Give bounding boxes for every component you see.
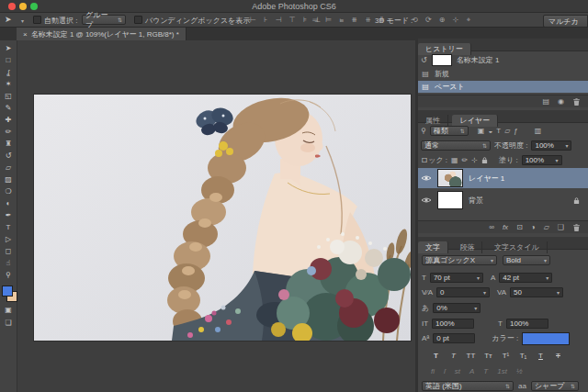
all-caps-button[interactable]: TT <box>464 351 478 362</box>
layer-filter-select[interactable]: 種類 ⇅ <box>430 126 469 136</box>
text-color-swatch[interactable] <box>522 332 570 345</box>
photo-document[interactable] <box>34 95 411 341</box>
filter-shape-layers-icon[interactable]: ▱ <box>504 127 510 135</box>
history-state-row[interactable]: ▤ 新規 <box>418 68 588 80</box>
close-document-icon[interactable]: × <box>23 30 28 39</box>
bounding-box-checkbox[interactable] <box>134 16 142 24</box>
path-selection-tool[interactable]: ▷ <box>0 234 17 245</box>
new-group-folder-icon[interactable]: ▱ <box>544 223 549 231</box>
kerning-field[interactable]: 0 ▾ <box>436 287 490 297</box>
vertical-scale-field[interactable]: 100% <box>432 319 474 329</box>
move-tool-preset-icon[interactable]: ➤ <box>5 15 12 24</box>
fill-field[interactable]: 100% ▾ <box>522 155 562 165</box>
font-family-select[interactable]: 源真ゴシックX ▾ <box>422 255 497 265</box>
document-tab[interactable]: × 名称未設定 1 @ 109%(レイヤー 1, RGB/8*) * <box>17 28 187 40</box>
strikethrough-button[interactable]: T <box>551 351 565 362</box>
foreground-color-swatch[interactable] <box>2 286 13 297</box>
tracking-field[interactable]: 50 ▾ <box>510 287 563 297</box>
lock-position-icon[interactable]: ⊹ <box>471 156 478 164</box>
auto-select-target-select[interactable]: グループ ⇅ <box>82 15 126 25</box>
layer-row-background[interactable]: 背景 <box>418 190 588 210</box>
screen-mode-button[interactable]: ❏ <box>0 318 17 329</box>
clone-stamp-tool[interactable]: ♜ <box>0 139 17 150</box>
small-caps-button[interactable]: Tт <box>481 351 495 362</box>
layer-row-layer1[interactable]: レイヤー 1 <box>418 168 588 188</box>
baseline-shift-field[interactable]: 0 pt <box>433 333 475 343</box>
tab-character-styles[interactable]: 文字スタイル <box>487 241 548 253</box>
titling-alternates-button[interactable]: A <box>469 367 474 375</box>
layer-name[interactable]: 背景 <box>469 196 483 206</box>
lasso-tool[interactable]: ʆ <box>0 67 17 78</box>
auto-select-checkbox[interactable] <box>33 16 41 24</box>
layer-visibility-eye-icon[interactable] <box>421 196 432 204</box>
marquee-tool[interactable]: □ <box>0 55 17 66</box>
quick-selection-tool[interactable]: ✶ <box>0 79 17 90</box>
tab-paragraph[interactable]: 段落 <box>452 241 482 253</box>
dodge-tool[interactable]: ◐ <box>0 198 17 209</box>
filter-smart-object-icon[interactable]: ƒ <box>514 127 517 135</box>
new-snapshot-icon[interactable]: ◉ <box>558 97 564 106</box>
history-brush-source-icon[interactable]: ↺ <box>421 56 427 64</box>
shape-tool[interactable]: ◻ <box>0 246 17 257</box>
eyedropper-tool[interactable]: ✎ <box>0 103 17 114</box>
layer-visibility-eye-icon[interactable] <box>421 174 432 182</box>
oldstyle-button[interactable]: T <box>483 367 488 375</box>
faux-bold-button[interactable]: T <box>429 351 443 362</box>
canvas-area[interactable] <box>17 40 415 392</box>
zoom-tool[interactable]: ⚲ <box>0 270 17 281</box>
layer-thumbnail[interactable] <box>437 169 463 187</box>
move-tool[interactable]: ➤ <box>0 43 17 54</box>
brush-tool[interactable]: ✏ <box>0 127 17 138</box>
mode-3d-icons[interactable]: ⟲ ⟳ ⊕ ⊹ ⌖ <box>412 16 473 25</box>
superscript-button[interactable]: T¹ <box>499 351 513 362</box>
new-layer-icon[interactable]: ❑ <box>558 223 564 231</box>
faux-italic-button[interactable]: T <box>447 351 460 362</box>
antialias-select[interactable]: シャープ ⇅ <box>531 381 579 391</box>
new-adjustment-layer-icon[interactable]: ◑ <box>531 223 536 231</box>
pen-tool[interactable]: ✒ <box>0 210 17 221</box>
filter-pixel-layers-icon[interactable]: ▣ <box>478 127 485 135</box>
filter-adjustment-layers-icon[interactable]: ◒ <box>488 127 492 135</box>
stylistic-alternates-button[interactable]: st <box>455 367 460 375</box>
layer-thumbnail[interactable] <box>437 191 463 209</box>
eraser-tool[interactable]: ▱ <box>0 162 17 174</box>
ordinals-button[interactable]: 1st <box>497 367 507 375</box>
new-document-from-state-icon[interactable]: ▤ <box>542 97 549 106</box>
fractions-button[interactable]: ½ <box>516 367 523 375</box>
delete-layer-trash-icon[interactable] <box>572 223 581 232</box>
leading-field[interactable]: 42 pt ▾ <box>499 273 552 283</box>
crop-tool[interactable]: ◱ <box>0 91 17 102</box>
ligatures-button[interactable]: fi <box>431 367 435 375</box>
lock-image-pixels-icon[interactable]: ✏ <box>462 156 469 164</box>
tsume-field[interactable]: 0% ▾ <box>433 303 481 313</box>
font-size-field[interactable]: 70 pt ▾ <box>430 273 483 283</box>
layer-style-fx-icon[interactable]: fx <box>503 223 508 231</box>
blur-tool[interactable]: ❍ <box>0 186 17 197</box>
history-snapshot-row[interactable]: ↺ 名称未設定 1 <box>418 53 588 66</box>
type-tool[interactable]: T <box>0 222 17 233</box>
blend-mode-select[interactable]: 通常 ⇅ <box>421 140 491 151</box>
link-layers-icon[interactable]: ∞ <box>489 223 494 231</box>
delete-state-trash-icon[interactable] <box>572 97 581 106</box>
tab-character[interactable]: 文字 <box>418 241 448 253</box>
healing-brush-tool[interactable]: ✚ <box>0 115 17 126</box>
language-select[interactable]: 英語 (米国) ⇅ <box>422 381 514 391</box>
hand-tool[interactable]: ☝ <box>0 258 17 269</box>
workspace-button[interactable]: マルチカ <box>543 15 588 28</box>
quick-mask-button[interactable]: ▣ <box>0 305 17 316</box>
subscript-button[interactable]: T₁ <box>516 351 530 362</box>
add-layer-mask-icon[interactable]: ⊡ <box>516 223 523 231</box>
tool-preset-dropdown-icon[interactable]: ▾ <box>21 17 24 24</box>
filter-type-layers-icon[interactable]: T <box>496 127 501 135</box>
history-state-row[interactable]: ▤ ペースト <box>418 81 588 93</box>
horizontal-scale-field[interactable]: 100% <box>506 319 548 329</box>
opacity-field[interactable]: 100% ▾ <box>531 140 571 151</box>
lock-transparent-pixels-icon[interactable]: ▦ <box>451 156 458 164</box>
font-style-select[interactable]: Bold ▾ <box>503 255 550 265</box>
filter-toggle-icon[interactable]: ▥ <box>535 127 542 135</box>
layer-name[interactable]: レイヤー 1 <box>469 174 504 184</box>
underline-button[interactable]: T <box>534 351 548 362</box>
gradient-tool[interactable]: ▨ <box>0 174 17 185</box>
history-brush-tool[interactable]: ↺ <box>0 151 17 162</box>
swash-button[interactable]: ſ <box>444 367 446 375</box>
